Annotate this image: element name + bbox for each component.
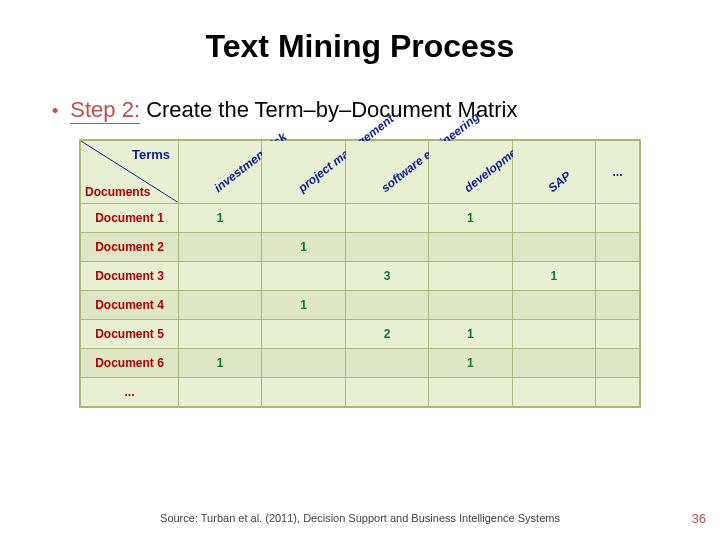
cell (596, 262, 640, 291)
cell: 1 (429, 204, 512, 233)
cell (345, 349, 428, 378)
table-row: Document 2 1 (81, 233, 640, 262)
doc-name: Document 6 (81, 349, 179, 378)
cell (512, 349, 595, 378)
cell: 1 (512, 262, 595, 291)
cell (512, 291, 595, 320)
doc-name: Document 3 (81, 262, 179, 291)
doc-name-ellipsis: ... (81, 378, 179, 407)
term-header: development (429, 141, 512, 204)
cell: 2 (345, 320, 428, 349)
cell (512, 320, 595, 349)
source-citation: Source: Turban et al. (2011), Decision S… (0, 512, 720, 524)
cell (262, 349, 345, 378)
cell (596, 204, 640, 233)
cell (345, 204, 428, 233)
cell (429, 262, 512, 291)
table-row: Document 5 2 1 (81, 320, 640, 349)
table-row-ellipsis: ... (81, 378, 640, 407)
page-number: 36 (692, 511, 706, 526)
cell (179, 262, 262, 291)
cell: 1 (262, 233, 345, 262)
term-document-matrix: Terms Documents investment risk project … (79, 139, 641, 408)
step-label: Step 2: (70, 97, 140, 124)
cell (262, 204, 345, 233)
cell (345, 291, 428, 320)
cell (596, 349, 640, 378)
cell (512, 378, 595, 407)
cell (179, 320, 262, 349)
term-header: project management (262, 141, 345, 204)
cell (179, 378, 262, 407)
table-row: Document 6 1 1 (81, 349, 640, 378)
matrix-table: Terms Documents investment risk project … (80, 140, 640, 407)
doc-name: Document 2 (81, 233, 179, 262)
terms-axis-label: Terms (132, 147, 170, 162)
cell: 1 (429, 349, 512, 378)
slide-title: Text Mining Process (0, 28, 720, 65)
cell (596, 320, 640, 349)
cell (345, 378, 428, 407)
cell (262, 262, 345, 291)
cell (429, 291, 512, 320)
cell (512, 204, 595, 233)
cell (596, 378, 640, 407)
cell: 3 (345, 262, 428, 291)
cell (179, 233, 262, 262)
doc-name: Document 1 (81, 204, 179, 233)
term-header: investment risk (179, 141, 262, 204)
cell (512, 233, 595, 262)
cell: 1 (262, 291, 345, 320)
matrix-corner: Terms Documents (81, 141, 179, 204)
table-row: Document 1 1 1 (81, 204, 640, 233)
cell (596, 291, 640, 320)
cell: 1 (179, 204, 262, 233)
cell (345, 233, 428, 262)
table-row: Document 4 1 (81, 291, 640, 320)
term-header: SAP (512, 141, 595, 204)
cell (429, 378, 512, 407)
term-header: software engineering (345, 141, 428, 204)
doc-name: Document 4 (81, 291, 179, 320)
cell: 1 (429, 320, 512, 349)
cell (429, 233, 512, 262)
doc-name: Document 5 (81, 320, 179, 349)
cell (179, 291, 262, 320)
cell (262, 320, 345, 349)
cell: 1 (179, 349, 262, 378)
bullet-dot-icon: • (52, 100, 58, 122)
term-header-ellipsis: ... (596, 141, 640, 204)
cell (262, 378, 345, 407)
cell (596, 233, 640, 262)
documents-axis-label: Documents (85, 185, 150, 199)
table-row: Document 3 3 1 (81, 262, 640, 291)
